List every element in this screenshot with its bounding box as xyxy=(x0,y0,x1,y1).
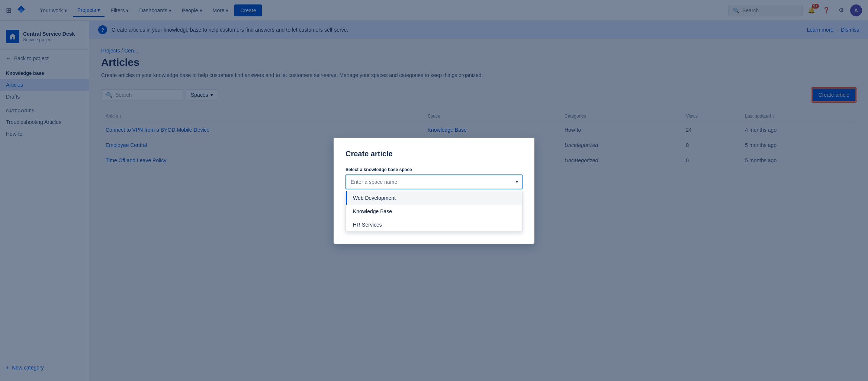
form-label: Select a knowledge base space xyxy=(345,167,523,172)
dropdown-item[interactable]: HR Services xyxy=(346,218,522,231)
dropdown-item[interactable]: Web Development xyxy=(346,191,522,205)
space-name-input[interactable] xyxy=(345,175,523,189)
space-dropdown-list: Web DevelopmentKnowledge BaseHR Services xyxy=(345,191,523,232)
modal-overlay[interactable]: Create article Select a knowledge base s… xyxy=(0,0,868,381)
space-select-wrapper: ▾ xyxy=(345,175,523,189)
modal-title: Create article xyxy=(345,150,523,158)
dropdown-item[interactable]: Knowledge Base xyxy=(346,205,522,218)
create-article-modal: Create article Select a knowledge base s… xyxy=(334,138,534,244)
